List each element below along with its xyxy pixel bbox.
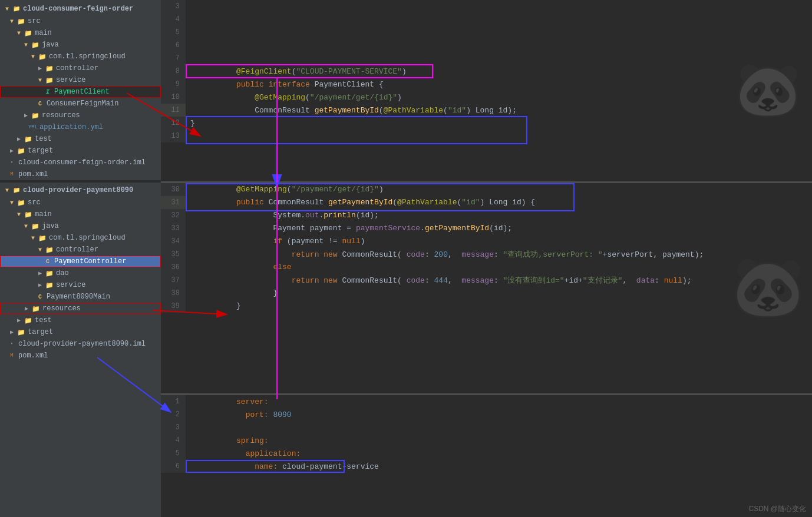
p1-src[interactable]: ▼ 📁 src [0,15,161,27]
p1-main[interactable]: ▼ 📁 main [0,27,161,39]
watermark: CSDN @随心变化 [748,504,806,514]
p2-pom[interactable]: M pom.xml [0,350,161,362]
code-line-12: 12 } [161,117,812,130]
p1-service[interactable]: ▼ 📁 service [0,74,161,86]
p1-test[interactable]: ▶ 📁 test [0,133,161,145]
p1-java[interactable]: ▼ 📁 java [0,39,161,51]
code-editor-top[interactable]: 3 4 5 6 7 8 @FeignClient("CLOUD-PAYMENT-… [161,0,812,181]
p1-resources[interactable]: ▶ 📁 resources [0,110,161,121]
p2-iml[interactable]: ▪ cloud-provider-payment8090.iml [0,338,161,350]
p1-com[interactable]: ▼ 📁 com.tl.springcloud [0,51,161,62]
p2-service[interactable]: ▶ 📁 service [0,279,161,291]
code-section-middle: 30 @GetMapping("/payment/get/{id}") 31 p… [161,183,812,394]
p2-src[interactable]: ▼ 📁 src [0,197,161,208]
interface-icon: I [43,87,52,97]
code-line: 4 [161,13,812,26]
code-editor-bottom[interactable]: 1 server: 2 port: 8090 3 4 [161,395,397,517]
code-line-11: 11 CommonResult getPaymentById(@PathVari… [161,104,812,117]
p1-target[interactable]: ▶ 📁 target [0,145,161,157]
p1-appyml[interactable]: YML application.yml [0,121,161,133]
p2-resources[interactable]: ▶ 📁 resources [0,303,161,314]
section-divider [0,180,161,183]
code-line: 6 [161,39,812,52]
code-editor-middle[interactable]: 30 @GetMapping("/payment/get/{id}") 31 p… [161,183,812,394]
yml-line-2: 2 port: 8090 [161,408,397,421]
yml-line-6: 6 name: cloud-payment-service [161,460,397,473]
p1-paymentclient[interactable]: I PaymentClient [0,86,161,98]
project-2-header[interactable]: ▼ 📁 cloud-provider-payment8090 [0,184,161,197]
p1-consumermain[interactable]: C ConsumerFeignMain [0,98,161,110]
class-icon: C [35,99,45,108]
p2-target[interactable]: ▶ 📁 target [0,326,161,338]
p2-paymentcontroller[interactable]: C PaymentController [0,256,161,267]
project-folder-icon: ▼ [2,4,12,14]
file-tree-1: ▼ 📁 cloud-consumer-feign-order ▼ 📁 src ▼… [0,0,161,517]
right-panel: 3 4 5 6 7 8 @FeignClient("CLOUD-PAYMENT-… [161,0,812,517]
left-panel: ▼ 📁 cloud-consumer-feign-order ▼ 📁 src ▼… [0,0,161,517]
p2-main[interactable]: ▼ 📁 main [0,208,161,220]
p2-payment8090main[interactable]: C Payment8090Main [0,291,161,303]
p1-iml[interactable]: ▪ cloud-consumer-feign-order.iml [0,157,161,168]
code-section-top: 3 4 5 6 7 8 @FeignClient("CLOUD-PAYMENT-… [161,0,812,181]
project-2-name: cloud-provider-payment8090 [23,186,133,194]
code-line: 3 [161,0,812,13]
code-section-bottom: 1 server: 2 port: 8090 3 4 [161,395,812,517]
p2-controller[interactable]: ▼ 📁 controller [0,244,161,256]
p1-pom[interactable]: M pom.xml [0,168,161,180]
project-1-name: cloud-consumer-feign-order [23,5,133,13]
code-line-13: 13 [161,130,812,142]
p2-test[interactable]: ▶ 📁 test [0,314,161,326]
p2-dao[interactable]: ▶ 📁 dao [0,267,161,279]
code-line: 5 [161,26,812,39]
p2-com[interactable]: ▼ 📁 com.tl.springcloud [0,232,161,244]
code-line-39: 39 } [161,300,812,313]
code-line-8: 8 @FeignClient("CLOUD-PAYMENT-SERVICE") [161,65,812,78]
p2-java[interactable]: ▼ 📁 java [0,220,161,232]
p1-controller[interactable]: ▶ 📁 controller [0,62,161,74]
project-1-header[interactable]: ▼ 📁 cloud-consumer-feign-order [0,2,161,15]
project-icon: 📁 [12,4,21,14]
